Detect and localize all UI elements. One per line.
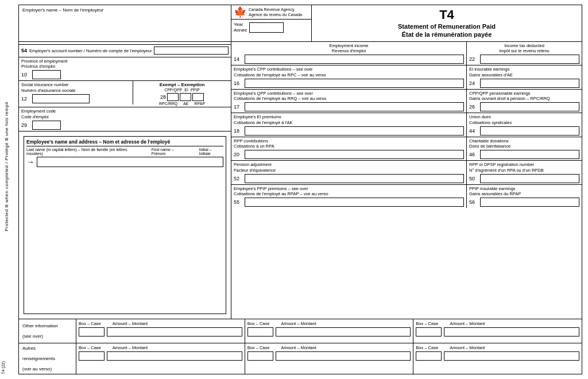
exempt-ppip-input[interactable] [192, 93, 204, 101]
ei-insurable-block: EI insurable earnings Gains assurables d… [467, 65, 582, 89]
emp-code-row: Employment code Code d'emploi 29 [19, 107, 231, 132]
other-info-label: Other information (see over) [19, 319, 76, 343]
cpp-pensionable-input[interactable] [480, 102, 579, 111]
emp-code-input[interactable] [32, 121, 61, 130]
empty-income-left [19, 42, 231, 44]
province-row: Province of employment Province d'emploi… [19, 57, 231, 82]
charitable-block: Charitable donations Dons de bienfaisanc… [467, 137, 582, 161]
employee-name-area: Employee's name and address – Nom et adr… [19, 132, 231, 319]
pension-rpp-row: Pension adjustment Facteur d'équivalence… [231, 161, 582, 185]
other-field-1: Box – Case Amount – Montant [76, 319, 245, 343]
ei-premiums-block: Employee's EI premiums Cotisations de l'… [231, 113, 467, 137]
rpp-input[interactable] [245, 150, 464, 159]
side-label: Protected B when completed / Protégé B u… [0, 0, 13, 333]
other-amount-2[interactable] [276, 327, 411, 337]
income-tax-block: Income tax deducted Impôt sur le revenu … [467, 42, 582, 65]
pension-adjustment-block: Pension adjustment Facteur d'équivalence… [231, 161, 467, 184]
sin-block: Social insurance number Numéro d'assuran… [19, 81, 133, 105]
other-amount-3[interactable] [444, 327, 579, 337]
autres-field-3: Box – Case Amount – Montant [413, 343, 582, 374]
autres-box-3[interactable] [416, 351, 442, 361]
employer-name-box: Employer's name – Nom de l'employeur [19, 5, 231, 41]
ppip-premiums-block: Employee's PPIP premiums – see over Coti… [231, 185, 467, 208]
autres-box-1[interactable] [79, 351, 105, 361]
emp-code-block: Employment code Code d'emploi 29 [19, 107, 63, 131]
top-section: Employer's name – Nom de l'employeur 🍁 C… [19, 5, 582, 42]
t4-subtitle-en: Statement of Remuneration Paid [398, 22, 496, 30]
year-input[interactable] [249, 22, 284, 33]
ei-insurable-input[interactable] [480, 79, 579, 88]
t4-header: T4 Statement of Remuneration Paid État d… [312, 5, 582, 41]
rpp-dpsp-block: RPP or DPSP registration number N° d'agr… [467, 161, 582, 184]
cpp-input[interactable] [245, 79, 464, 88]
charitable-input[interactable] [480, 150, 579, 159]
pension-adjustment-input[interactable] [245, 174, 464, 183]
employee-name-input[interactable] [37, 157, 223, 167]
autres-field-1: Box – Case Amount – Montant [76, 343, 245, 374]
other-amount-1[interactable] [107, 327, 242, 337]
t4-subtitle-fr: État de la rémunération payée [402, 30, 492, 38]
ppip-insurable-block: PPIP insurable earnings Gains assurables… [467, 185, 582, 208]
rpp-charitable-row: RPP contributions Cotisations à un RPA 2… [231, 137, 582, 161]
autres-fields: Box – Case Amount – Montant Box – Case A… [76, 343, 582, 374]
other-box-3[interactable] [416, 327, 442, 337]
exempt-block: Exempt – Exemption CPP/QPP EI PPIP [133, 81, 231, 107]
cpp-block: Employee's CPP contributions – see over … [231, 65, 467, 89]
ppip-insurable-input[interactable] [480, 198, 579, 207]
ppip-premiums-input[interactable] [245, 198, 464, 207]
agency-text: Canada Revenue Agency Agence du revenu d… [249, 7, 302, 17]
ppip-row: Employee's PPIP premiums – see over Coti… [231, 185, 582, 208]
cpp-ei-row: Employee's CPP contributions – see over … [231, 65, 582, 90]
autres-amount-2[interactable] [276, 351, 411, 361]
union-dues-input[interactable] [480, 126, 579, 136]
qpp-input[interactable] [245, 102, 464, 111]
t4-title: T4 [439, 7, 454, 22]
cpp-pensionable-block: CPP/QPP pensionable earnings Gains ouvra… [467, 90, 582, 113]
year-label: Year Année [234, 22, 247, 33]
qpp-cpp-pension-row: Employee's QPP contributions – see over … [231, 90, 582, 114]
sin-input[interactable] [32, 94, 90, 103]
maple-leaf-icon: 🍁 [234, 7, 246, 17]
union-dues-block: Union dues Cotisations syndicales 44 [467, 113, 582, 137]
employer-account-label: Employer's account number / Numéro de co… [29, 48, 152, 53]
income-tax-input[interactable] [480, 55, 579, 64]
employment-income-input[interactable] [245, 55, 464, 64]
center-header: 🍁 Canada Revenue Agency Agence du revenu… [231, 5, 312, 41]
employment-income-block: Employment income Revenus d'emploi 14 [231, 42, 467, 65]
ei-premiums-input[interactable] [245, 126, 464, 136]
arrow-icon: → [26, 157, 34, 167]
income-tax-row: Employment income Revenus d'emploi 14 In… [231, 42, 582, 66]
bottom-section: Other information (see over) Box – Case … [19, 319, 582, 374]
rpp-dpsp-input[interactable] [480, 174, 579, 183]
sin-exempt-row: Social insurance number Numéro d'assuran… [19, 81, 231, 107]
ei-union-row: Employee's EI premiums Cotisations de l'… [231, 113, 582, 137]
middle-section: 54 Employer's account number / Numéro de… [19, 42, 582, 319]
other-box-2[interactable] [247, 327, 273, 337]
canada-logo-row: 🍁 Canada Revenue Agency Agence du revenu… [231, 5, 311, 20]
autres-label: Autres renseignements (voir au verso) [19, 343, 76, 374]
right-col: Employment income Revenus d'emploi 14 In… [231, 42, 582, 319]
autres-amount-1[interactable] [107, 351, 242, 361]
employee-name-box: Employee's name and address – Nom et adr… [24, 136, 226, 314]
other-field-3: Box – Case Amount – Montant [413, 319, 582, 343]
employer-account-input[interactable] [154, 47, 229, 55]
autres-row: Autres renseignements (voir au verso) Bo… [19, 343, 582, 374]
other-info-fields: Box – Case Amount – Montant Box – Case A… [76, 319, 582, 343]
qpp-block: Employee's QPP contributions – see over … [231, 90, 467, 113]
autres-field-2: Box – Case Amount – Montant [245, 343, 414, 374]
province-input[interactable] [32, 70, 61, 79]
rpp-block: RPP contributions Cotisations à un RPA 2… [231, 137, 467, 161]
employer-account-box-num: 54 [21, 48, 27, 53]
exempt-ei-input[interactable] [180, 93, 191, 101]
other-box-1[interactable] [79, 327, 105, 337]
employer-name-label: Employer's name – Nom de l'employeur [22, 7, 227, 13]
province-block: Province of employment Province d'emploi… [19, 57, 69, 81]
other-field-2: Box – Case Amount – Montant [245, 319, 414, 343]
autres-box-2[interactable] [247, 351, 273, 361]
autres-amount-3[interactable] [444, 351, 579, 361]
exempt-cpp-input[interactable] [167, 93, 179, 101]
t4-bottom-label: T4 (22) [1, 361, 5, 374]
year-row: Year Année [231, 20, 311, 35]
left-col: 54 Employer's account number / Numéro de… [19, 42, 231, 319]
other-info-row: Other information (see over) Box – Case … [19, 319, 582, 343]
